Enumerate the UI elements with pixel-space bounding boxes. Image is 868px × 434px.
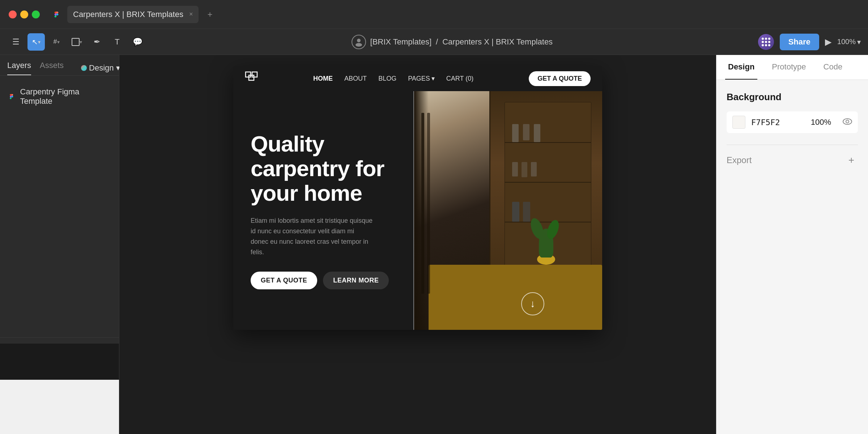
- title-bar: Carpenters X | BRIX Templates × +: [0, 0, 868, 29]
- hero-divider: [413, 91, 414, 330]
- layers-tab[interactable]: Layers: [7, 61, 31, 75]
- layers-panel-content: Carpentry Figma Template: [0, 76, 119, 332]
- menu-icon: ☰: [12, 37, 20, 47]
- color-swatch[interactable]: [732, 116, 745, 129]
- menu-button[interactable]: ☰: [7, 33, 25, 51]
- cursor-tool-button[interactable]: ↖ ▾: [27, 33, 45, 51]
- design-tab-label[interactable]: Design: [89, 63, 114, 73]
- breadcrumb-separator: /: [436, 37, 438, 47]
- close-window-button[interactable]: [9, 10, 17, 18]
- black-area: [0, 344, 119, 380]
- main-layout: Layers Assets Design ▾ Carpentry Figma T…: [0, 55, 868, 434]
- panel-separator: [0, 337, 119, 338]
- export-add-button[interactable]: +: [845, 154, 858, 167]
- right-panel-tabs: Design Prototype Code: [716, 55, 868, 80]
- nav-logo: [245, 71, 258, 86]
- hero-section: Quality carpentry for your home Etiam mi…: [233, 91, 602, 330]
- browser-tab[interactable]: Carpenters X | BRIX Templates ×: [67, 6, 199, 23]
- cursor-icon: ↖: [32, 38, 38, 46]
- pen-tool-button[interactable]: ✒: [88, 33, 106, 51]
- nav-cart[interactable]: CART (0): [446, 75, 473, 82]
- svg-rect-2: [246, 72, 251, 77]
- tab-title: Carpenters X | BRIX Templates: [73, 10, 183, 19]
- svg-point-1: [356, 43, 362, 47]
- svg-point-5: [843, 119, 852, 124]
- text-icon: T: [115, 37, 119, 47]
- white-area: [0, 380, 119, 434]
- design-tab[interactable]: Design: [725, 55, 757, 80]
- zoom-control[interactable]: 100% ▾: [837, 38, 861, 46]
- breadcrumb-user: [BRIX Templates]: [370, 37, 432, 47]
- hero-left-content: Quality carpentry for your home Etiam mi…: [233, 91, 414, 330]
- toolbar-right: Share ▶ 100% ▾: [758, 34, 861, 50]
- color-hex-value[interactable]: F7F5F2: [751, 118, 805, 127]
- zoom-value: 100%: [837, 38, 856, 46]
- export-row: Export +: [727, 145, 858, 167]
- shape-icon: [72, 38, 80, 46]
- design-indicator: Design ▾: [81, 61, 120, 75]
- nav-about[interactable]: ABOUT: [344, 75, 367, 82]
- fullscreen-window-button[interactable]: [32, 10, 40, 18]
- nav-cta-button[interactable]: GET A QUOTE: [529, 71, 591, 86]
- left-panel-tabs: Layers Assets Design ▾: [0, 55, 119, 76]
- svg-point-0: [357, 39, 361, 42]
- toolbar: ☰ ↖ ▾ # ▾ ▾ ✒ T 💬 [BRIX Templates] / Car…: [0, 29, 868, 55]
- layer-name: Carpentry Figma Template: [20, 87, 112, 106]
- play-button[interactable]: ▶: [825, 37, 831, 47]
- background-color-row[interactable]: F7F5F2 100%: [727, 111, 858, 133]
- layer-item[interactable]: Carpentry Figma Template: [7, 84, 112, 109]
- breadcrumb: [BRIX Templates] / Carpenters X | BRIX T…: [370, 37, 553, 47]
- breadcrumb-page: Carpenters X | BRIX Templates: [442, 37, 553, 47]
- website-nav: HOME ABOUT BLOG PAGES ▾ CART (0) GET A Q…: [233, 66, 602, 91]
- frame-icon: #: [53, 38, 57, 46]
- zoom-chevron-icon: ▾: [857, 38, 861, 46]
- hero-description: Etiam mi lobortis amet sit tristique qui…: [251, 216, 374, 257]
- figma-small-icon: [7, 92, 16, 101]
- export-label: Export: [727, 155, 752, 165]
- text-tool-button[interactable]: T: [109, 33, 126, 51]
- user-avatar: [352, 35, 366, 49]
- comment-tool-button[interactable]: 💬: [129, 33, 146, 51]
- toolbar-center: [BRIX Templates] / Carpenters X | BRIX T…: [149, 35, 755, 49]
- figma-logo-icon: [51, 9, 61, 20]
- visibility-toggle-icon[interactable]: [843, 118, 852, 127]
- hero-secondary-button[interactable]: LEARN MORE: [323, 272, 389, 289]
- scroll-down-arrow-icon: ↓: [530, 298, 535, 310]
- new-tab-button[interactable]: +: [207, 9, 212, 20]
- svg-rect-3: [252, 72, 257, 77]
- hero-title: Quality carpentry for your home: [251, 132, 397, 206]
- nav-blog[interactable]: BLOG: [378, 75, 396, 82]
- comment-icon: 💬: [133, 37, 142, 47]
- assets-tab[interactable]: Assets: [40, 61, 64, 75]
- design-frame: HOME ABOUT BLOG PAGES ▾ CART (0) GET A Q…: [233, 66, 602, 330]
- traffic-lights: [9, 10, 40, 18]
- share-button[interactable]: Share: [780, 34, 819, 50]
- pages-chevron-icon: ▾: [431, 75, 435, 82]
- background-section-label: Background: [727, 92, 858, 103]
- svg-rect-4: [249, 75, 254, 80]
- frame-tool-button[interactable]: # ▾: [48, 33, 65, 51]
- right-panel-content: Background F7F5F2 100% Export +: [716, 80, 868, 434]
- hero-primary-button[interactable]: GET A QUOTE: [251, 272, 317, 289]
- design-dot-icon: [81, 65, 87, 71]
- nav-pages[interactable]: PAGES ▾: [408, 75, 435, 82]
- scroll-down-button[interactable]: ↓: [521, 292, 544, 315]
- canvas-area[interactable]: HOME ABOUT BLOG PAGES ▾ CART (0) GET A Q…: [119, 55, 716, 434]
- right-panel: Design Prototype Code Background F7F5F2 …: [716, 55, 868, 434]
- code-tab[interactable]: Code: [821, 55, 846, 80]
- minimize-window-button[interactable]: [20, 10, 28, 18]
- prototype-tab[interactable]: Prototype: [769, 55, 809, 80]
- tab-close-button[interactable]: ×: [189, 10, 193, 18]
- color-opacity-value: 100%: [811, 118, 831, 127]
- svg-point-6: [846, 120, 849, 123]
- hero-buttons: GET A QUOTE LEARN MORE: [251, 272, 397, 289]
- nav-links: HOME ABOUT BLOG PAGES ▾ CART (0): [313, 75, 473, 82]
- hero-right-image: ↓: [414, 91, 602, 330]
- left-panel: Layers Assets Design ▾ Carpentry Figma T…: [0, 55, 119, 434]
- collaborators-avatar: [758, 34, 774, 50]
- pen-icon: ✒: [94, 37, 100, 47]
- nav-home[interactable]: HOME: [313, 75, 333, 82]
- shape-tool-button[interactable]: ▾: [68, 33, 85, 51]
